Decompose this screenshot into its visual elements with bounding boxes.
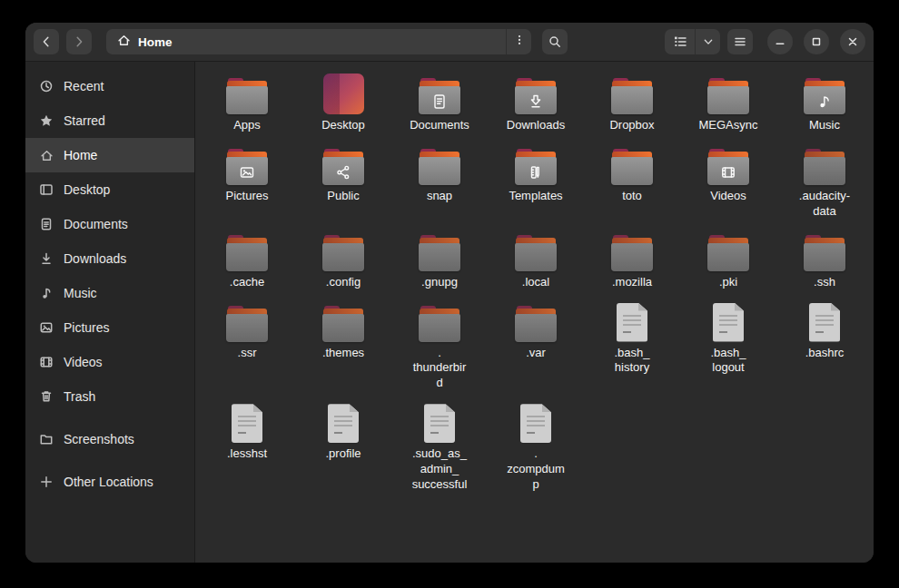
folder-icon [226,78,268,114]
sidebar-item-starred[interactable]: Starred [25,103,194,138]
view-options-button[interactable] [695,29,720,54]
file-item-label: Public [327,189,359,204]
file-item-label: .local [522,275,549,290]
sidebar-item-trash[interactable]: Trash [25,379,194,414]
file-item-themes[interactable]: .themes [302,299,384,361]
file-item-desktop[interactable]: Desktop [302,71,384,133]
file-item-label: .cache [230,275,264,290]
file-item-music[interactable]: Music [784,71,865,133]
sidebar-item-music[interactable]: Music [25,276,194,310]
folder-icon [226,306,268,342]
list-view-button[interactable] [665,29,695,54]
file-item-toto[interactable]: toto [591,142,673,204]
file-item-label: .gnupg [421,275,458,290]
sidebar-item-screenshots[interactable]: Screenshots [25,422,194,456]
file-item-megasync[interactable]: MEGAsync [687,71,769,133]
file-item-label: Dropbox [609,118,654,133]
file-item-snap[interactable]: snap [399,142,480,204]
file-item-thunderbir-d[interactable]: . thunderbir d [399,299,480,392]
text-file-icon [809,303,840,342]
folder-icon [322,149,364,185]
maximize-button[interactable] [804,29,829,54]
sidebar-item-label: Music [64,286,97,300]
hamburger-icon [733,34,747,49]
list-view-icon [673,34,687,49]
file-item-public[interactable]: Public [302,142,384,204]
folder-icon [419,235,460,271]
file-item-apps[interactable]: Apps [206,71,288,133]
text-file-icon [328,404,359,443]
file-item-profile[interactable]: .profile [302,399,384,462]
folder-icon [804,149,845,185]
sidebar-item-recent[interactable]: Recent [25,69,194,103]
plus-icon [39,475,54,489]
close-button[interactable] [840,29,865,54]
file-item-bashrc[interactable]: .bashrc [784,299,865,361]
sidebar-item-videos[interactable]: Videos [25,345,194,379]
file-item-label: .mozilla [612,275,652,290]
file-item-bash-logout[interactable]: .bash_ logout [687,299,769,377]
file-item-local[interactable]: .local [495,228,577,290]
back-button[interactable] [34,29,59,54]
file-item-label: .ssh [814,275,835,290]
file-item-pictures[interactable]: Pictures [206,142,288,204]
sidebar-item-label: Documents [64,217,128,231]
file-item-mozilla[interactable]: .mozilla [591,228,673,290]
file-item-zcompdum-p[interactable]: . zcompdum p [495,399,577,493]
file-item-gnupg[interactable]: .gnupg [399,228,480,290]
file-item-videos[interactable]: Videos [687,142,769,204]
file-item-downloads[interactable]: Downloads [495,71,577,133]
file-item-ssr[interactable]: .ssr [206,299,288,361]
chevron-right-icon [72,34,86,49]
clock-icon [39,79,54,93]
file-item-lesshst[interactable]: .lesshst [206,399,288,462]
sidebar-item-desktop[interactable]: Desktop [25,172,194,207]
search-button[interactable] [542,29,568,54]
file-item-var[interactable]: .var [495,299,577,361]
sidebar-item-label: Recent [64,79,104,93]
close-icon [845,34,860,49]
file-item-ssh[interactable]: .ssh [784,228,865,290]
chevron-down-icon [702,35,715,48]
view-toggle [665,29,720,54]
file-item-label: .themes [322,346,364,361]
file-item-label: .bash_ history [614,346,649,377]
file-item-templates[interactable]: Templates [495,142,577,204]
path-options-button[interactable] [506,29,531,54]
maximize-icon [809,34,824,49]
sidebar-item-label: Other Locations [64,475,153,489]
file-item-dropbox[interactable]: Dropbox [591,71,673,133]
path-bar[interactable]: Home [106,29,531,54]
file-item-audacity-data[interactable]: .audacity- data [784,142,865,220]
path-label: Home [138,35,173,49]
music-emblem-icon [804,89,845,114]
file-item-config[interactable]: .config [302,228,384,290]
file-item-documents[interactable]: Documents [399,71,480,133]
file-item-pki[interactable]: .pki [687,228,769,290]
file-item-label: Apps [233,118,261,133]
minimize-button[interactable] [767,29,793,54]
sidebar-item-documents[interactable]: Documents [25,207,194,241]
folder-icon [611,149,653,185]
sidebar-item-home[interactable]: Home [25,138,194,172]
trash-icon [39,389,54,404]
main-menu-button[interactable] [727,29,753,54]
sidebar-item-downloads[interactable]: Downloads [25,241,194,276]
image-emblem-icon [226,160,268,185]
folder-icon [419,306,460,342]
file-item-label: MEGAsync [698,118,757,133]
file-item-sudo-as-admin-successful[interactable]: .sudo_as_ admin_ successful [399,399,480,493]
file-item-label: Templates [509,189,562,204]
sidebar-item-pictures[interactable]: Pictures [25,310,194,345]
text-file-icon [713,303,744,342]
file-item-label: Videos [710,189,746,204]
forward-button[interactable] [66,29,92,54]
folder-outline-icon [39,432,54,446]
video-icon [39,355,54,369]
file-view: Apps Desktop Documents Downloads Dropbox… [195,62,874,563]
sidebar-item-other-locations[interactable]: Other Locations [25,465,194,499]
file-item-cache[interactable]: .cache [206,228,288,290]
file-item-bash-history[interactable]: .bash_ history [591,299,673,377]
file-item-label: .bashrc [805,346,845,361]
path-location[interactable]: Home [106,34,506,51]
